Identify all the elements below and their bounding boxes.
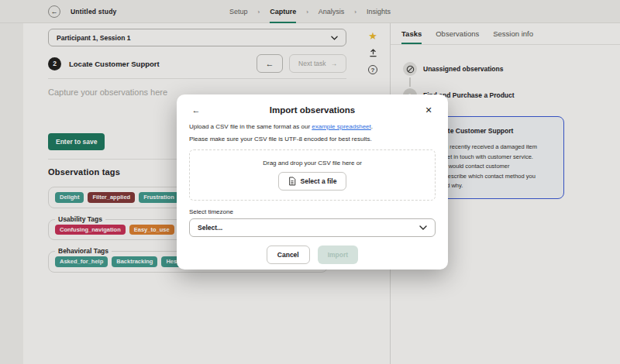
modal-back-button[interactable]: ←	[189, 106, 203, 115]
csv-dropzone[interactable]: Drag and drop your CSV file here or Sele…	[189, 149, 436, 201]
select-file-label: Select a file	[301, 177, 337, 185]
select-file-button[interactable]: Select a file	[278, 172, 347, 191]
cancel-button[interactable]: Cancel	[267, 246, 310, 264]
timezone-select[interactable]: Select...	[189, 218, 436, 237]
modal-encoding-note: Please make sure your CSV file is UTF-8 …	[189, 136, 436, 143]
import-button[interactable]: Import	[318, 246, 358, 264]
close-icon[interactable]: ✕	[422, 106, 436, 115]
dropzone-text: Drag and drop your CSV file here or	[263, 160, 362, 167]
import-observations-modal: ← Import observations ✕ Upload a CSV fil…	[177, 94, 448, 270]
timezone-select-value: Select...	[198, 224, 222, 232]
example-spreadsheet-link[interactable]: example spreadsheet	[312, 123, 371, 130]
modal-title: Import observations	[203, 105, 422, 115]
arrow-left-icon: ←	[192, 105, 201, 115]
document-icon	[288, 177, 296, 186]
chevron-down-icon	[419, 225, 427, 230]
timezone-label: Select timezone	[189, 208, 436, 215]
modal-intro-text: Upload a CSV file in the same format as …	[189, 123, 436, 130]
